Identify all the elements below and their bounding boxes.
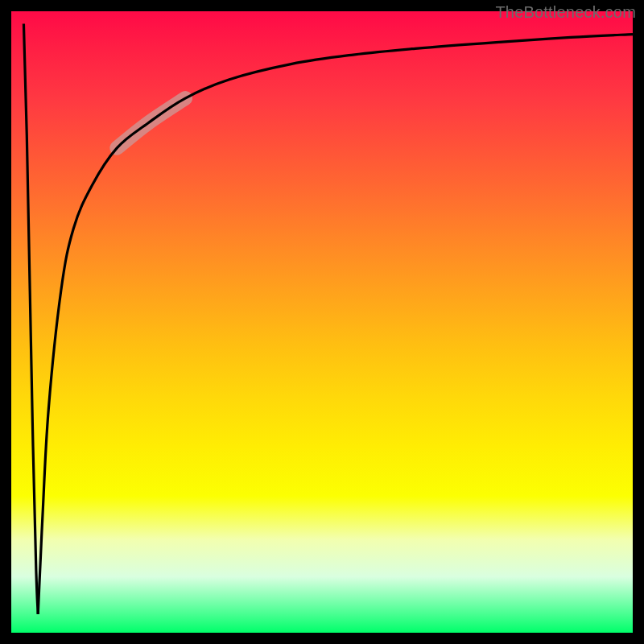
watermark-label: TheBottleneck.com (495, 3, 636, 22)
chart-plot-area (11, 11, 633, 633)
chart-stage: TheBottleneck.com (0, 0, 644, 644)
